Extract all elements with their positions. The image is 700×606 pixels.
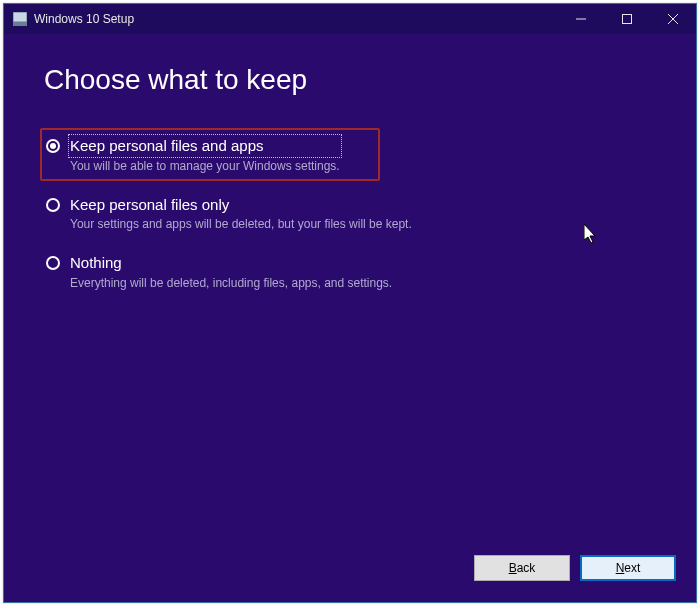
- svg-rect-0: [13, 12, 27, 22]
- page-title: Choose what to keep: [44, 64, 656, 96]
- app-icon: [12, 11, 28, 27]
- option-description: Everything will be deleted, including fi…: [70, 276, 392, 290]
- svg-rect-1: [13, 22, 27, 26]
- option-description: Your settings and apps will be deleted, …: [70, 217, 412, 231]
- back-button[interactable]: Back: [474, 555, 570, 581]
- close-button[interactable]: [650, 4, 696, 34]
- option-keep-files-only[interactable]: Keep personal files only Your settings a…: [44, 191, 656, 236]
- radio-icon: [46, 139, 60, 153]
- option-description: You will be able to manage your Windows …: [70, 159, 340, 173]
- option-label: Nothing: [70, 253, 392, 273]
- option-keep-files-and-apps[interactable]: Keep personal files and apps You will be…: [40, 128, 380, 181]
- content-area: Choose what to keep Keep personal files …: [4, 34, 696, 548]
- titlebar[interactable]: Windows 10 Setup: [4, 4, 696, 34]
- setup-window: Windows 10 Setup Choose what to keep Kee…: [3, 3, 697, 603]
- next-button[interactable]: Next: [580, 555, 676, 581]
- option-label: Keep personal files only: [70, 195, 412, 215]
- window-title: Windows 10 Setup: [34, 12, 134, 26]
- option-nothing[interactable]: Nothing Everything will be deleted, incl…: [44, 249, 656, 294]
- svg-rect-3: [623, 15, 632, 24]
- radio-icon: [46, 256, 60, 270]
- minimize-button[interactable]: [558, 4, 604, 34]
- options-group: Keep personal files and apps You will be…: [44, 132, 656, 294]
- option-label: Keep personal files and apps: [70, 136, 340, 156]
- radio-icon: [46, 198, 60, 212]
- maximize-button[interactable]: [604, 4, 650, 34]
- footer: Back Next: [4, 548, 696, 602]
